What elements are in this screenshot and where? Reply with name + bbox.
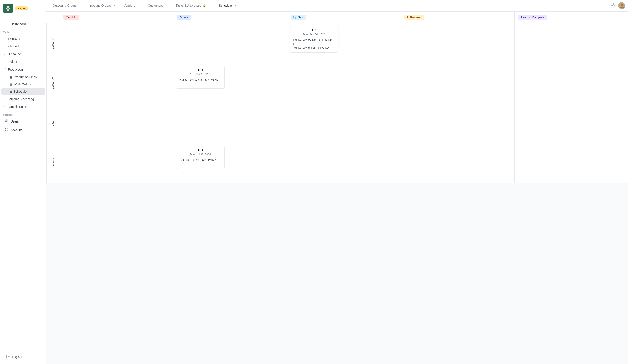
tab-label: Schedule (219, 4, 232, 7)
svg-line-12 (615, 6, 615, 7)
board-cell-re-saw-queue[interactable]: R_2 Due: Jul 23, 2024 10 units - 1x3 48"… (173, 143, 287, 183)
row-label-e-deck: E-Deck (46, 103, 60, 143)
board-cell-a-deck2-queue[interactable]: R_4 Due: Oct 21, 2024 9 units - 2x6 92 5… (173, 63, 287, 103)
board-cell-e-deck-up-next[interactable] (287, 103, 401, 143)
sidebar-item-label: Inbound (7, 44, 19, 48)
avatar[interactable] (618, 2, 625, 9)
sidebar-item-label: Administration (7, 105, 27, 109)
chevron-right-icon: › (4, 105, 5, 108)
sidebar-item-label: Inventory (7, 37, 20, 40)
sidebar-nav: ⊞ Dashboard Tables › Inventory › Inbound… (0, 17, 46, 350)
tab-close-vendors[interactable]: ✕ (137, 3, 141, 7)
logout-icon (6, 355, 10, 359)
sidebar-item-account[interactable]: Account (1, 126, 45, 134)
board-cell-e-deck-pending-complete[interactable] (515, 103, 628, 143)
board-row-re-saw: Re-saw R_2 Due: Jul 23, 2024 10 units - … (46, 143, 628, 183)
tab-bar-right (611, 2, 625, 9)
settings-section-label: Settings (0, 111, 46, 117)
row-label-a-deck1: A-Deck1 (46, 23, 60, 63)
work-card-r2[interactable]: R_2 Due: Jul 23, 2024 10 units - 1x3 48"… (176, 146, 225, 169)
board-cell-a-deck1-up-next[interactable]: R_3 Due: Sep 30, 2024 6 units - 2x4 92 5… (287, 23, 401, 63)
tab-close-schedule[interactable]: ✕ (234, 3, 237, 7)
svg-point-8 (613, 4, 614, 6)
sidebar-item-inbound[interactable]: › Inbound (1, 42, 45, 50)
sidebar-item-label: Users (11, 120, 19, 123)
chevron-down-icon: ˅ (4, 68, 6, 71)
status-col-on-hold: On Hold (60, 12, 173, 23)
sidebar-item-production-lines[interactable]: ▦ Production Lines (1, 73, 45, 80)
lock-icon: 🔒 (203, 4, 206, 7)
sidebar-item-dashboard[interactable]: ⊞ Dashboard (1, 20, 45, 28)
tab-label: Inbound Orders (89, 4, 111, 7)
tab-customers[interactable]: Customers ✕ (144, 0, 172, 11)
svg-point-18 (621, 4, 623, 6)
status-badge-queue: Queue (177, 15, 191, 20)
board-cell-a-deck2-on-hold[interactable] (60, 63, 173, 103)
tab-close-tasks-approvals[interactable]: ✕ (208, 3, 212, 7)
logout-label: Log out (12, 355, 22, 359)
staging-badge: Staging (15, 6, 28, 10)
work-card-r3[interactable]: R_3 Due: Sep 30, 2024 6 units - 2x4 92 5… (290, 26, 338, 53)
board-cell-a-deck1-in-progress[interactable] (401, 23, 515, 63)
board-cell-a-deck1-pending-complete[interactable] (515, 23, 628, 63)
work-card-due: Due: Sep 30, 2024 (293, 33, 335, 36)
sidebar-item-label: Production Lines (14, 75, 37, 79)
logo-area: Staging (0, 0, 46, 17)
chevron-right-icon: › (4, 98, 5, 100)
work-card-detail: 6 units - 2x4 92 5/8" | SPF #2 KD HT? un… (293, 38, 335, 50)
svg-line-11 (612, 4, 612, 4)
board-cell-e-deck-on-hold[interactable] (60, 103, 173, 143)
sidebar-item-inventory[interactable]: › Inventory (1, 35, 45, 42)
work-card-id: R_2 (179, 149, 221, 152)
tab-outbound-orders[interactable]: Outbound Orders ✕ (49, 0, 86, 11)
board-cell-a-deck2-up-next[interactable] (287, 63, 401, 103)
tab-label: Customers (148, 4, 163, 7)
board-cell-re-saw-in-progress[interactable] (401, 143, 515, 183)
sidebar-item-freight[interactable]: › Freight (1, 58, 45, 66)
svg-line-15 (612, 6, 612, 7)
gear-icon (4, 128, 9, 132)
tab-close-outbound-orders[interactable]: ✕ (78, 3, 82, 7)
schedule-board: On Hold Queue Up Next In Progress Pendin… (46, 12, 628, 364)
work-card-due: Due: Oct 21, 2024 (179, 73, 221, 76)
board-cell-a-deck2-pending-complete[interactable] (515, 63, 628, 103)
row-label-a-deck2: A-Deck2 (46, 63, 60, 103)
status-col-queue: Queue (173, 12, 287, 23)
sidebar-item-work-orders[interactable]: ▦ Work Orders (1, 81, 45, 88)
board-cell-a-deck1-on-hold[interactable] (60, 23, 173, 63)
board-cell-re-saw-up-next[interactable] (287, 143, 401, 183)
sidebar: Staging ⊞ Dashboard Tables › Inventory ›… (0, 0, 46, 364)
board-cell-a-deck2-in-progress[interactable] (401, 63, 515, 103)
board-cell-e-deck-queue[interactable] (173, 103, 287, 143)
sidebar-item-administration[interactable]: › Administration (1, 103, 45, 111)
sidebar-item-shipping-receiving[interactable]: › Shipping/Receiving (1, 95, 45, 103)
tab-tasks-approvals[interactable]: Tasks & Approvals 🔒 ✕ (172, 0, 215, 11)
status-header-row: On Hold Queue Up Next In Progress Pendin… (46, 12, 628, 23)
logout-button[interactable]: Log out (3, 353, 44, 361)
tab-schedule[interactable]: Schedule ✕ (215, 0, 241, 11)
work-card-id: R_3 (293, 29, 335, 32)
board-row-a-deck2: A-Deck2 R_4 Due: Oct 21, 2024 9 units - … (46, 63, 628, 103)
sidebar-item-users[interactable]: Users (1, 117, 45, 126)
sun-icon[interactable] (611, 3, 616, 8)
sidebar-item-outbound[interactable]: › Outbound (1, 50, 45, 58)
sidebar-item-schedule[interactable]: ▦ Schedule (1, 88, 45, 95)
status-badge-on-hold: On Hold (63, 15, 79, 20)
status-col-up-next: Up Next (287, 12, 401, 23)
tab-vendors[interactable]: Vendors ✕ (120, 0, 144, 11)
work-card-id: R_4 (179, 69, 221, 72)
board: On Hold Queue Up Next In Progress Pendin… (46, 12, 628, 183)
tab-close-inbound-orders[interactable]: ✕ (113, 3, 117, 7)
board-cell-e-deck-in-progress[interactable] (401, 103, 515, 143)
sidebar-item-label: Account (11, 128, 22, 132)
svg-point-5 (5, 120, 7, 121)
tab-label: Outbound Orders (53, 4, 77, 7)
table-icon: ▦ (9, 75, 12, 79)
board-cell-re-saw-on-hold[interactable] (60, 143, 173, 183)
board-cell-re-saw-pending-complete[interactable] (515, 143, 628, 183)
work-card-r4[interactable]: R_4 Due: Oct 21, 2024 9 units - 2x6 92 5… (176, 66, 225, 89)
tab-inbound-orders[interactable]: Inbound Orders ✕ (86, 0, 120, 11)
tab-close-customers[interactable]: ✕ (165, 3, 169, 7)
board-cell-a-deck1-queue[interactable] (173, 23, 287, 63)
sidebar-item-production[interactable]: ˅ Production (1, 66, 45, 73)
